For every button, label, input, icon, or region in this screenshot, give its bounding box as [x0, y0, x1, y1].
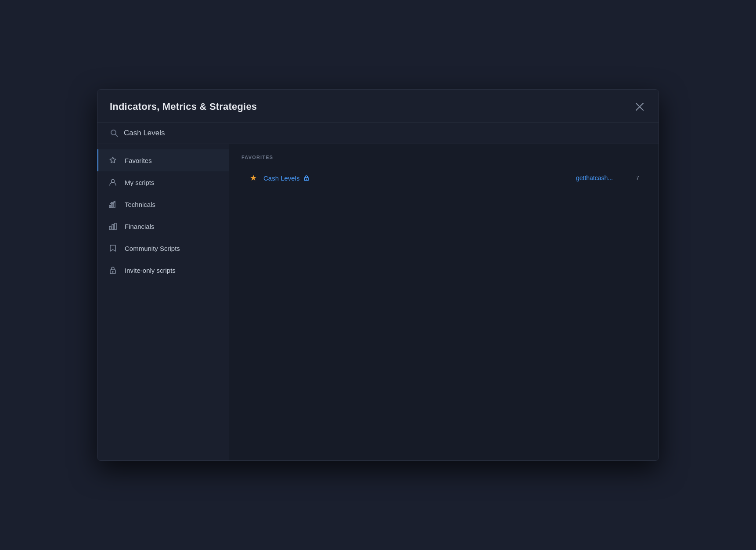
close-button[interactable] [633, 100, 646, 113]
section-label-favorites: FAVORITES [241, 155, 646, 160]
star-outline-icon [108, 156, 118, 165]
svg-line-3 [115, 134, 118, 137]
result-count: 7 [629, 174, 639, 181]
result-lock-icon [303, 175, 310, 181]
sidebar-label-favorites: Favorites [125, 157, 152, 164]
svg-rect-9 [112, 224, 114, 230]
bookmark-icon [108, 243, 118, 253]
search-input[interactable] [124, 129, 646, 138]
close-icon [635, 102, 644, 112]
lock-icon [108, 265, 118, 275]
person-icon [108, 177, 118, 187]
sidebar-label-community-scripts: Community Scripts [125, 245, 180, 252]
modal-title: Indicators, Metrics & Strategies [110, 101, 257, 112]
sidebar-label-my-scripts: My scripts [125, 179, 155, 186]
sidebar-label-technicals: Technicals [125, 201, 155, 208]
svg-rect-5 [109, 205, 111, 208]
modal-body: Favorites My scripts [97, 144, 659, 460]
sidebar-item-favorites[interactable]: Favorites [97, 149, 229, 171]
search-bar [97, 123, 659, 144]
result-name-text: Cash Levels [263, 174, 300, 182]
search-icon [110, 129, 119, 138]
sidebar: Favorites My scripts [97, 144, 229, 460]
svg-rect-6 [112, 203, 113, 208]
sidebar-item-technicals[interactable]: Technicals [97, 193, 229, 215]
modal-header: Indicators, Metrics & Strategies [97, 90, 659, 123]
sidebar-label-invite-only: Invite-only scripts [125, 267, 176, 274]
sidebar-item-my-scripts[interactable]: My scripts [97, 171, 229, 193]
svg-rect-10 [115, 223, 116, 230]
modal-dialog: Indicators, Metrics & Strategies [97, 89, 659, 461]
sidebar-item-community-scripts[interactable]: Community Scripts [97, 237, 229, 259]
result-author: getthatcash... [576, 174, 613, 181]
sidebar-label-financials: Financials [125, 223, 155, 230]
bar-chart-icon [108, 221, 118, 231]
svg-rect-8 [109, 226, 111, 230]
result-name: Cash Levels [263, 174, 571, 182]
sidebar-item-invite-only[interactable]: Invite-only scripts [97, 259, 229, 281]
starred-icon: ★ [248, 173, 258, 183]
sidebar-item-financials[interactable]: Financials [97, 215, 229, 237]
chart-icon [108, 199, 118, 209]
result-item-cash-levels[interactable]: ★ Cash Levels getthatcash... 7 [241, 167, 646, 189]
content-area: FAVORITES ★ Cash Levels getthatca [229, 144, 659, 460]
